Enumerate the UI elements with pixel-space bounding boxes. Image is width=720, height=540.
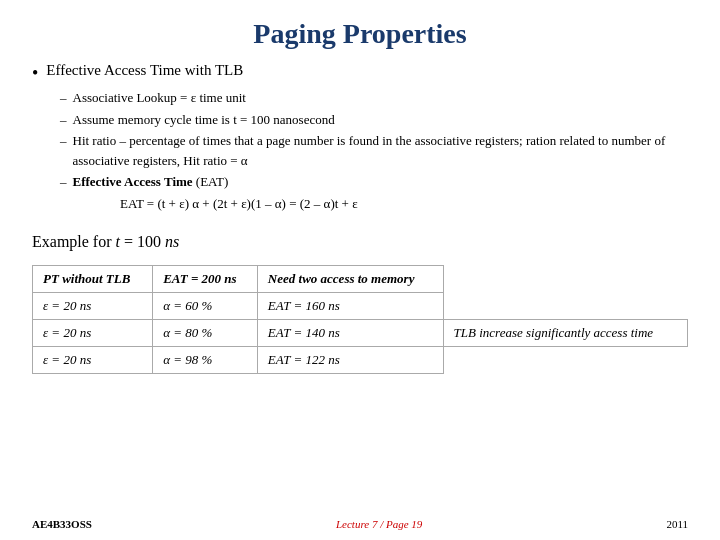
- footer: AE4B33OSS Lecture 7 / Page 19 2011: [32, 518, 688, 530]
- dash-1: –: [60, 88, 67, 108]
- eat-formula: EAT = (t + ε) α + (2t + ε)(1 – α) = (2 –…: [120, 194, 688, 214]
- sub-bullet-4-text: Effective Access Time (EAT): [73, 172, 689, 192]
- dash-3: –: [60, 131, 67, 151]
- sub-bullet-1-text: Associative Lookup = ε time unit: [73, 88, 689, 108]
- sub-bullet-2: – Assume memory cycle time is t = 100 na…: [60, 110, 688, 130]
- table-row: ε = 20 ns α = 80 % EAT = 140 ns TLB incr…: [33, 320, 688, 347]
- header-col2: EAT = 200 ns: [153, 266, 258, 293]
- dash-4: –: [60, 172, 67, 192]
- row2-col1: ε = 20 ns: [33, 320, 153, 347]
- table-row: ε = 20 ns α = 98 % EAT = 122 ns: [33, 347, 688, 374]
- sub-bullets: – Associative Lookup = ε time unit – Ass…: [60, 88, 688, 213]
- sub-bullet-3-text: Hit ratio – percentage of times that a p…: [73, 131, 689, 170]
- footer-left: AE4B33OSS: [32, 518, 92, 530]
- row3-col1: ε = 20 ns: [33, 347, 153, 374]
- row2-note: TLB increase significantly access time: [443, 320, 687, 347]
- header-col1: PT without TLB: [33, 266, 153, 293]
- sub-bullet-3: – Hit ratio – percentage of times that a…: [60, 131, 688, 170]
- example-line: Example for t = 100 ns: [32, 233, 688, 251]
- row2-col3: EAT = 140 ns: [257, 320, 443, 347]
- footer-center: Lecture 7 / Page 19: [336, 518, 422, 530]
- sub-bullet-4: – Effective Access Time (EAT): [60, 172, 688, 192]
- footer-right: 2011: [666, 518, 688, 530]
- row3-col3: EAT = 122 ns: [257, 347, 443, 374]
- row3-col2: α = 98 %: [153, 347, 258, 374]
- sub-bullet-2-text: Assume memory cycle time is t = 100 nano…: [73, 110, 689, 130]
- table-row: ε = 20 ns α = 60 % EAT = 160 ns: [33, 293, 688, 320]
- row1-col2: α = 60 %: [153, 293, 258, 320]
- page-title: Paging Properties: [32, 18, 688, 50]
- dash-2: –: [60, 110, 67, 130]
- main-bullet-text: Effective Access Time with TLB: [46, 62, 243, 79]
- page: Paging Properties • Effective Access Tim…: [0, 0, 720, 540]
- row1-col1: ε = 20 ns: [33, 293, 153, 320]
- table-header-row: PT without TLB EAT = 200 ns Need two acc…: [33, 266, 688, 293]
- sub-bullet-1: – Associative Lookup = ε time unit: [60, 88, 688, 108]
- data-table: PT without TLB EAT = 200 ns Need two acc…: [32, 265, 688, 374]
- main-bullet: • Effective Access Time with TLB: [32, 62, 688, 84]
- row1-col3: EAT = 160 ns: [257, 293, 443, 320]
- header-col3: Need two access to memory: [257, 266, 443, 293]
- bullet-dot: •: [32, 63, 38, 84]
- row2-col2: α = 80 %: [153, 320, 258, 347]
- bullet-section: • Effective Access Time with TLB – Assoc…: [32, 62, 688, 217]
